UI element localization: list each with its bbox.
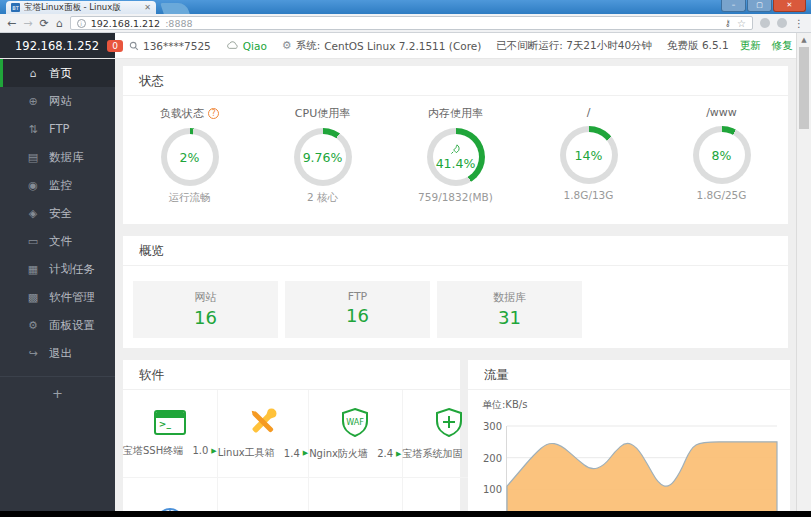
gauge-memory: 内存使用率 41.4% 759/1832(MB) xyxy=(389,106,522,205)
server-ip: 192.168.1.252 xyxy=(15,39,99,53)
browser-menu-icon[interactable]: ⋮ xyxy=(794,18,804,29)
traffic-card: 流量 单位:KB/s 300 200 100 xyxy=(468,360,790,511)
software-cell-empty-1 xyxy=(309,478,402,511)
bookmark-star-icon[interactable]: ☆ xyxy=(737,18,746,29)
overview-box-ftp[interactable]: FTP 16 xyxy=(285,281,430,338)
overview-box-websites[interactable]: 网站 16 xyxy=(133,281,278,338)
software-card-title: 软件 xyxy=(123,360,460,390)
sidebar-item-cron[interactable]: ▦ 计划任务 xyxy=(0,255,115,283)
extension-icon-2[interactable] xyxy=(777,18,787,28)
software-linux-toolbox[interactable]: Linux工具箱 1.4 ▶ xyxy=(218,390,309,478)
software-cell-partial-1[interactable] xyxy=(123,478,218,511)
settings-gear-icon: ⚙ xyxy=(27,319,39,332)
account-phone[interactable]: 136****7525 xyxy=(129,40,211,52)
run-arrow-icon: ▶ xyxy=(211,447,216,455)
folder-icon: ▭ xyxy=(27,235,39,248)
svg-text:WAF: WAF xyxy=(347,418,365,427)
sidebar-item-panel-settings[interactable]: ⚙ 面板设置 xyxy=(0,311,115,339)
panel-version: 免费版 6.5.1 xyxy=(667,39,729,53)
disk-www-donut: 8% xyxy=(693,126,751,184)
software-card: 软件 >_ 宝塔SSH终端 1.0 ▶ xyxy=(123,360,460,511)
baota-favicon: BT xyxy=(11,3,20,12)
traffic-chart: 300 200 100 xyxy=(506,426,776,511)
shield-icon: ◈ xyxy=(27,207,39,220)
scrollbar-up-arrow[interactable]: ▲ xyxy=(797,33,811,44)
traffic-card-title: 流量 xyxy=(468,360,790,390)
update-link[interactable]: 更新 xyxy=(740,39,761,53)
main-content: 状态 负载状态 ? 2% 运行流畅 CPU使用率 9.76% 2 核心 xyxy=(115,59,796,511)
sidebar-item-ftp[interactable]: ⇅ FTP xyxy=(0,115,115,143)
traffic-unit-label: 单位:KB/s xyxy=(482,398,776,412)
sidebar-item-home[interactable]: ⌂ 首页 xyxy=(0,59,115,87)
tab-title: 宝塔Linux面板 - Linux版 xyxy=(24,2,121,14)
ytick-300: 300 xyxy=(481,421,502,432)
new-tab-button[interactable] xyxy=(160,3,190,14)
sidebar-item-monitor[interactable]: ◉ 监控 xyxy=(0,171,115,199)
sidebar-item-files[interactable]: ▭ 文件 xyxy=(0,227,115,255)
run-arrow-icon: ▶ xyxy=(396,450,401,458)
window-minimize-button[interactable]: – xyxy=(721,0,746,12)
address-bar[interactable]: i 192.168.1.212 :8888 ⚷ ☆ xyxy=(70,16,753,30)
repair-link[interactable]: 修复 xyxy=(772,39,793,53)
overview-box-databases[interactable]: 数据库 31 xyxy=(437,281,582,338)
run-arrow-icon: ▶ xyxy=(303,449,308,457)
overview-card-title: 概览 xyxy=(123,236,788,266)
sidebar-item-database[interactable]: ▤ 数据库 xyxy=(0,143,115,171)
tab-close-icon[interactable]: ✕ xyxy=(144,4,151,12)
waf-shield-icon: WAF xyxy=(339,407,371,438)
browser-tab[interactable]: BT 宝塔Linux面板 - Linux版 ✕ xyxy=(6,1,156,14)
gauge-load: 负载状态 ? 2% 运行流畅 xyxy=(123,106,256,205)
grid-icon: ▩ xyxy=(27,291,39,304)
home-button[interactable]: ⌂ xyxy=(56,18,63,29)
forward-button[interactable]: → xyxy=(23,18,32,29)
toolbox-icon xyxy=(247,407,279,437)
password-key-icon[interactable]: ⚷ xyxy=(724,18,731,28)
sidebar: ⌂ 首页 ⊕ 网站 ⇅ FTP ▤ 数据库 ◉ 监控 ◈ 安全 ▭ 文件 ▦ 计 xyxy=(0,59,115,511)
extension-icon-1[interactable] xyxy=(760,18,770,28)
panel-header: 192.168.1.252 0 136****7525 Qiao ⚙ 系统: C xyxy=(0,33,796,59)
software-ssh-terminal[interactable]: >_ 宝塔SSH终端 1.0 ▶ xyxy=(123,390,218,478)
ftp-icon: ⇅ xyxy=(27,123,39,136)
sidebar-item-app-store[interactable]: ▩ 软件管理 xyxy=(0,283,115,311)
calendar-icon: ▦ xyxy=(27,263,39,276)
page-info-icon[interactable]: i xyxy=(77,19,86,28)
help-icon[interactable]: ? xyxy=(208,108,219,119)
back-button[interactable]: ← xyxy=(7,18,16,29)
page-scrollbar[interactable]: ▲ xyxy=(796,33,811,511)
traffic-chart-svg xyxy=(507,426,777,511)
hardening-shield-icon xyxy=(433,407,465,438)
sidebar-item-website[interactable]: ⊕ 网站 xyxy=(0,87,115,115)
reload-button[interactable]: ⟳ xyxy=(39,18,48,29)
sidebar-add-button[interactable]: + xyxy=(0,377,115,401)
ytick-200: 200 xyxy=(481,453,502,464)
gauge-cpu: CPU使用率 9.76% 2 核心 xyxy=(256,106,389,205)
url-host: 192.168.1.212 xyxy=(91,18,161,29)
gauge-disk-root: / 14% 1.8G/13G xyxy=(522,106,655,205)
uptime-text: 已不间断运行: 7天21小时40分钟 xyxy=(496,39,652,53)
scrollbar-thumb[interactable] xyxy=(799,47,809,129)
software-cell-partial-2[interactable] xyxy=(218,478,309,511)
browser-window: BT 宝塔Linux面板 - Linux版 ✕ – ▢ ✕ ← → ⟳ ⌂ i … xyxy=(0,0,811,517)
software-nginx-waf[interactable]: WAF Nginx防火墙 2.4 ▶ xyxy=(309,390,402,478)
sidebar-item-logout[interactable]: ↪ 退出 xyxy=(0,339,115,367)
sidebar-item-security[interactable]: ◈ 安全 xyxy=(0,199,115,227)
rocket-icon[interactable] xyxy=(450,144,461,155)
home-icon: ⌂ xyxy=(27,67,39,80)
contact-qq[interactable]: Qiao xyxy=(226,40,267,52)
ytick-100: 100 xyxy=(481,484,502,495)
window-maximize-button[interactable]: ▢ xyxy=(747,0,772,12)
monitor-chart-icon: ◉ xyxy=(27,179,39,192)
website-icon: ⊕ xyxy=(27,95,39,108)
server-ip-block[interactable]: 192.168.1.252 0 xyxy=(0,33,115,58)
url-port: :8888 xyxy=(165,18,192,29)
browser-titlebar: BT 宝塔Linux面板 - Linux版 ✕ – ▢ ✕ xyxy=(0,0,811,14)
disk-root-donut: 14% xyxy=(560,126,618,184)
database-icon: ▤ xyxy=(27,151,39,164)
search-icon xyxy=(129,41,139,51)
logout-icon: ↪ xyxy=(27,347,39,360)
ssh-terminal-icon: >_ xyxy=(154,410,186,435)
cpu-donut: 9.76% xyxy=(294,128,352,186)
window-close-button[interactable]: ✕ xyxy=(773,0,806,12)
load-donut: 2% xyxy=(161,128,219,186)
cloud-icon xyxy=(226,41,239,50)
